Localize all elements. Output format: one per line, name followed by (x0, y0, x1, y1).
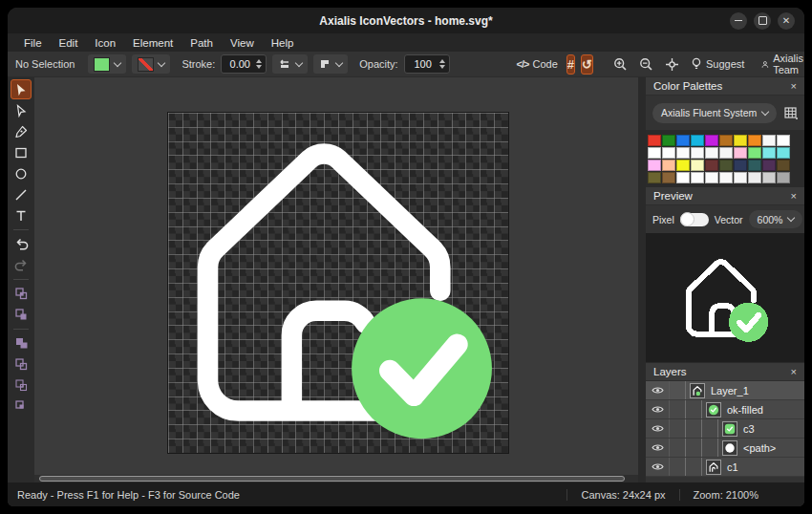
editor-area[interactable] (34, 77, 638, 482)
stroke-style-dropdown[interactable] (272, 54, 308, 74)
pixel-vector-toggle[interactable] (680, 213, 709, 226)
palette-swatch[interactable] (762, 147, 776, 159)
palette-swatch[interactable] (748, 147, 761, 159)
palette-swatch[interactable] (719, 160, 733, 171)
palette-swatch[interactable] (777, 172, 790, 183)
layer-row-path[interactable]: <path> (646, 439, 804, 458)
palette-swatch[interactable] (762, 135, 776, 146)
layer-row-c1[interactable]: c1 (646, 458, 804, 477)
palette-swatch[interactable] (691, 160, 704, 171)
visibility-toggle[interactable] (646, 419, 670, 438)
palette-swatch[interactable] (648, 172, 661, 183)
layer-row-layer1[interactable]: Layer_1 (646, 381, 804, 400)
stroke-color-dropdown[interactable] (132, 54, 170, 74)
grid-toggle-button[interactable]: # (566, 54, 575, 75)
suggest-button[interactable]: Suggest (688, 54, 747, 75)
zoom-out-button[interactable] (636, 54, 656, 75)
palette-grid-view-button[interactable] (784, 107, 798, 119)
close-palettes-button[interactable]: × (791, 80, 797, 92)
close-layers-button[interactable]: × (791, 366, 797, 377)
palette-swatch[interactable] (648, 160, 661, 171)
close-preview-button[interactable]: × (791, 190, 797, 202)
palette-swatch[interactable] (676, 135, 690, 146)
boolean-subtract-button[interactable] (11, 354, 32, 375)
palette-swatch[interactable] (719, 147, 733, 159)
drawing-canvas[interactable] (167, 112, 509, 454)
title-bar[interactable]: Axialis IconVectors - home.svg* ✕ (8, 8, 804, 33)
palette-swatch[interactable] (734, 160, 747, 171)
menu-help[interactable]: Help (263, 37, 303, 49)
palette-select-dropdown[interactable]: Axialis Fluent System (652, 103, 777, 123)
visibility-toggle[interactable] (646, 458, 670, 476)
palette-swatch[interactable] (748, 160, 761, 171)
palette-swatch[interactable] (691, 172, 704, 183)
palette-swatch[interactable] (777, 160, 790, 171)
palette-swatch[interactable] (719, 135, 733, 146)
select-tool[interactable] (11, 79, 32, 99)
direct-select-tool[interactable] (11, 100, 32, 120)
opacity-input[interactable]: 100 (404, 54, 450, 74)
boolean-intersect-button[interactable] (11, 375, 32, 396)
undo-button[interactable] (11, 234, 32, 254)
stroke-width-stepper[interactable] (254, 59, 264, 69)
palette-swatch[interactable] (762, 160, 776, 171)
code-button[interactable]: </> Code (514, 54, 561, 75)
boolean-merge-button[interactable] (11, 305, 32, 325)
fill-color-dropdown[interactable] (88, 54, 126, 74)
menu-element[interactable]: Element (124, 37, 182, 49)
menu-path[interactable]: Path (182, 37, 222, 49)
opacity-stepper[interactable] (438, 59, 447, 69)
palette-swatch[interactable] (705, 135, 718, 146)
visibility-toggle[interactable] (646, 381, 670, 399)
menu-view[interactable]: View (222, 37, 263, 49)
boolean-union-button[interactable] (11, 333, 32, 353)
preview-zoom-dropdown[interactable]: 600% (749, 210, 803, 228)
layer-row-ok-filled[interactable]: ok-filled (646, 400, 804, 419)
pen-node-tool[interactable] (11, 121, 32, 141)
palette-swatch[interactable] (648, 147, 661, 159)
palette-swatch[interactable] (734, 172, 747, 183)
palette-swatch[interactable] (777, 135, 790, 146)
menu-edit[interactable]: Edit (51, 37, 87, 49)
center-view-button[interactable] (662, 54, 682, 75)
palette-swatch[interactable] (691, 135, 704, 146)
palette-swatch[interactable] (705, 160, 718, 171)
palette-swatch[interactable] (676, 172, 690, 183)
account-button[interactable]: Axialis Team (759, 54, 804, 75)
close-button[interactable]: ✕ (778, 12, 795, 30)
line-tool[interactable] (11, 184, 32, 204)
redo-button[interactable] (11, 255, 32, 275)
corner-style-dropdown[interactable] (313, 54, 348, 74)
horizontal-scrollbar[interactable] (34, 475, 638, 482)
layer-row-c3[interactable]: c3 (646, 419, 804, 439)
palette-swatch[interactable] (662, 147, 675, 159)
visibility-toggle[interactable] (646, 439, 670, 457)
palette-swatch[interactable] (662, 135, 675, 146)
palette-swatch[interactable] (691, 147, 704, 159)
palette-swatch[interactable] (662, 172, 675, 183)
palette-swatch[interactable] (734, 135, 747, 146)
palette-swatch[interactable] (777, 147, 790, 159)
palette-swatch[interactable] (748, 172, 761, 183)
palette-swatch[interactable] (676, 160, 690, 171)
palette-swatch[interactable] (648, 135, 661, 146)
zoom-in-button[interactable] (610, 54, 630, 75)
palette-swatch[interactable] (719, 172, 733, 183)
minimize-button[interactable] (730, 12, 747, 30)
visibility-toggle[interactable] (646, 400, 670, 418)
palette-swatch[interactable] (662, 160, 675, 171)
palette-swatch[interactable] (734, 147, 747, 159)
menu-icon[interactable]: Icon (86, 37, 124, 49)
boolean-divide-button[interactable] (11, 396, 32, 417)
palette-swatch[interactable] (676, 147, 690, 159)
palette-swatch[interactable] (705, 147, 718, 159)
rectangle-tool[interactable] (11, 142, 32, 162)
text-tool[interactable] (11, 205, 32, 225)
scrollbar-thumb[interactable] (39, 476, 625, 482)
menu-file[interactable]: File (15, 37, 51, 49)
boolean-exclude-button[interactable] (11, 284, 32, 304)
stroke-width-input[interactable]: 0.00 (221, 54, 267, 74)
maximize-button[interactable] (754, 12, 771, 30)
palette-swatch[interactable] (762, 172, 776, 183)
palette-swatch[interactable] (705, 172, 718, 183)
